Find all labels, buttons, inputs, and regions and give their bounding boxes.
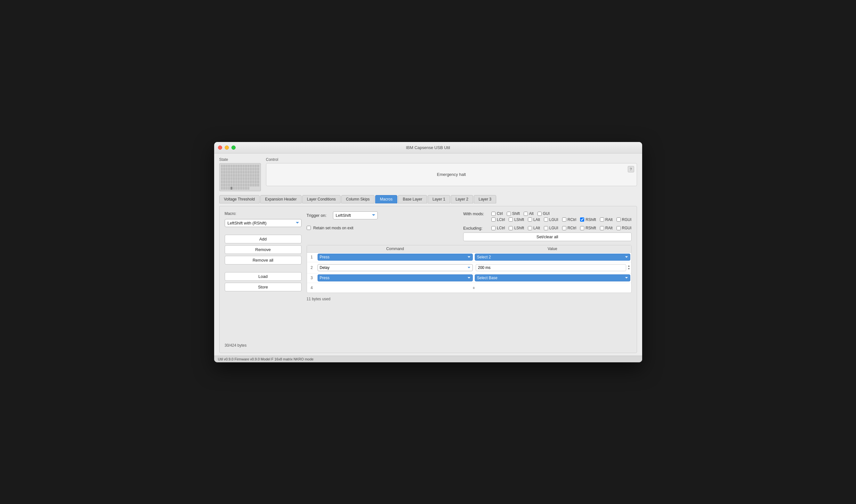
table-header: Command Value [307, 245, 631, 253]
macro-label: Macro: [225, 211, 302, 216]
tab-voltage-threshold[interactable]: Voltage Threshold [219, 195, 260, 203]
load-button[interactable]: Load [225, 272, 302, 281]
set-clear-button[interactable]: Set/clear all [463, 233, 631, 241]
excl-lshift-checkbox[interactable] [509, 226, 513, 230]
mod-lalt[interactable]: LAlt [528, 217, 540, 222]
tab-column-skips[interactable]: Column Skips [341, 195, 375, 203]
tab-layer1[interactable]: Layer 1 [428, 195, 450, 203]
mod-lalt-checkbox[interactable] [528, 217, 532, 222]
minimize-button[interactable] [225, 145, 229, 150]
excl-lgui[interactable]: LGUI [544, 226, 558, 230]
remove-button[interactable]: Remove [225, 245, 302, 254]
excl-rctrl[interactable]: RCtrl [562, 226, 576, 230]
key-cell [250, 177, 252, 180]
row2-command-select[interactable]: Delay [318, 264, 473, 271]
mod-ctrl-checkbox[interactable] [491, 212, 496, 216]
key-cell [243, 183, 245, 186]
excl-rshift[interactable]: RShift [580, 226, 596, 230]
key-cell [233, 177, 235, 180]
close-button[interactable] [218, 145, 222, 150]
mod-gui-checkbox[interactable] [537, 212, 542, 216]
excl-lctrl[interactable]: LCtrl [491, 226, 505, 230]
mod-lshift[interactable]: LShift [509, 217, 524, 222]
mod-shift[interactable]: Shift [507, 211, 520, 216]
table-header-num [307, 247, 316, 251]
mod-rctrl-checkbox[interactable] [562, 217, 566, 222]
excl-rgui[interactable]: RGUI [617, 226, 632, 230]
key-cell [250, 174, 252, 177]
mod-rshift[interactable]: RShift [580, 217, 596, 222]
key-cell [255, 171, 257, 174]
excl-lctrl-checkbox[interactable] [491, 226, 496, 230]
mod-rgui[interactable]: RGUI [617, 217, 632, 222]
load-store-buttons: Load Store [225, 272, 302, 291]
excl-rctrl-checkbox[interactable] [562, 226, 566, 230]
trigger-select[interactable]: LeftShift [333, 211, 378, 219]
mod-ralt[interactable]: RAlt [600, 217, 613, 222]
mod-lgui-checkbox[interactable] [544, 217, 548, 222]
row1-command-select[interactable]: Press [318, 254, 473, 260]
row1-value-select[interactable]: Select 2 [475, 254, 630, 260]
add-button[interactable]: Add [225, 235, 302, 244]
mod-lctrl[interactable]: LCtrl [491, 217, 505, 222]
excl-lalt[interactable]: LAlt [528, 226, 540, 230]
tab-base-layer[interactable]: Base Layer [398, 195, 427, 203]
help-button[interactable]: ? [628, 166, 634, 173]
key-cell [230, 174, 233, 177]
key-cell [243, 167, 245, 170]
row2-stepper-down[interactable]: ▼ [628, 268, 630, 270]
key-cell [257, 177, 259, 180]
maximize-button[interactable] [232, 145, 236, 150]
excl-lshift[interactable]: LShift [509, 226, 524, 230]
store-button[interactable]: Store [225, 283, 302, 291]
mod-lgui[interactable]: LGUI [544, 217, 558, 222]
tab-layer2[interactable]: Layer 2 [451, 195, 473, 203]
retain-checkbox[interactable] [307, 226, 311, 230]
key-cell [252, 177, 255, 180]
key-cell [243, 180, 245, 183]
mod-rgui-checkbox[interactable] [617, 217, 621, 222]
key-cell [245, 171, 247, 174]
excl-lgui-checkbox[interactable] [544, 226, 548, 230]
retain-row: Retain set mods on exit [307, 226, 354, 230]
key-cell [240, 183, 242, 186]
excl-ralt[interactable]: RAlt [600, 226, 613, 230]
row2-value-input[interactable] [476, 264, 626, 271]
table-row: 3 Press Select Base [307, 273, 631, 283]
key-cell [235, 177, 238, 180]
macro-select[interactable]: LeftShift with (RShift) [225, 219, 302, 227]
tab-expansion-header[interactable]: Expansion Header [260, 195, 302, 203]
right-panel: Trigger on: LeftShift With mods: Ctrl [307, 211, 632, 348]
status-text: Util v0.9.0 Firmware v0.9.0 Model F 16x8… [218, 357, 314, 361]
excl-lalt-checkbox[interactable] [528, 226, 532, 230]
tab-layer3[interactable]: Layer 3 [474, 195, 496, 203]
mod-shift-checkbox[interactable] [507, 212, 511, 216]
key-cell [240, 180, 242, 183]
tab-layer-conditions[interactable]: Layer Conditions [302, 195, 341, 203]
row3-command-select[interactable]: Press [318, 274, 473, 282]
mod-lshift-checkbox[interactable] [509, 217, 513, 222]
mod-rctrl[interactable]: RCtrl [562, 217, 576, 222]
add-command-button[interactable]: + [316, 284, 631, 292]
mod-alt-checkbox[interactable] [524, 212, 528, 216]
key-cell [245, 183, 247, 186]
excl-rshift-checkbox[interactable] [580, 226, 584, 230]
mod-gui[interactable]: GUI [537, 211, 550, 216]
row3-value-select[interactable]: Select Base [475, 274, 630, 282]
bottom-section: Macro: LeftShift with (RShift) Add Remov… [219, 206, 637, 353]
key-cell [247, 167, 250, 170]
trigger-row: Trigger on: LeftShift [307, 211, 378, 219]
mod-ralt-checkbox[interactable] [600, 217, 604, 222]
key-cell [252, 183, 255, 186]
key-cell [240, 167, 242, 170]
mod-ctrl[interactable]: Ctrl [491, 211, 503, 216]
mod-lctrl-checkbox[interactable] [491, 217, 496, 222]
excl-ralt-checkbox[interactable] [600, 226, 604, 230]
row2-stepper-up[interactable]: ▲ [628, 265, 630, 267]
mod-rshift-checkbox[interactable] [580, 217, 584, 222]
mod-alt[interactable]: Alt [524, 211, 534, 216]
excl-rgui-checkbox[interactable] [617, 226, 621, 230]
remove-all-button[interactable]: Remove all [225, 256, 302, 265]
tab-macros[interactable]: Macros [375, 195, 397, 203]
key-cell [257, 183, 259, 186]
